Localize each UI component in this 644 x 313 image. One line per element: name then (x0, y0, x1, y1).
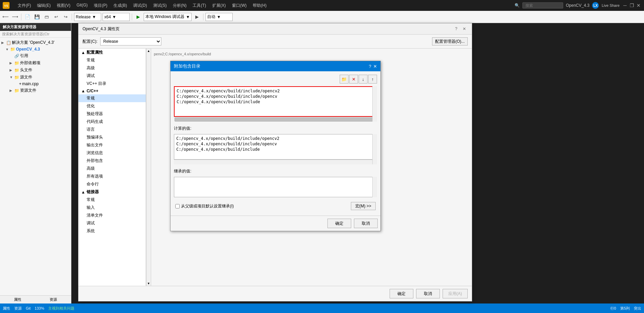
tree-vc-dirs[interactable]: VC++ 目录 (78, 80, 146, 88)
menu-view[interactable]: 视图(V) (54, 2, 73, 9)
tree-linker[interactable]: ▲ 链接器 (78, 188, 146, 196)
menu-git[interactable]: Git(G) (74, 2, 90, 9)
tree-external[interactable]: 外部包含 (78, 157, 146, 165)
tree-advanced2[interactable]: 高级 (78, 165, 146, 172)
tree-general[interactable]: 常规 (78, 56, 146, 64)
tree-all-options[interactable]: 所有选项 (78, 172, 146, 180)
run-button[interactable]: ▶ (134, 13, 142, 21)
inner-up-button[interactable]: ↑ (368, 75, 377, 84)
tab-properties[interactable]: 属性 (0, 296, 36, 303)
new-item-button[interactable]: 📄 (23, 13, 32, 21)
inner-cancel-button[interactable]: 取消 (354, 219, 378, 228)
computed-scrollbar (372, 134, 377, 164)
menu-tools[interactable]: 工具(T) (190, 2, 209, 9)
macro-button[interactable]: 宏(M) >> (351, 202, 376, 210)
tab-resources[interactable]: 资源 (36, 296, 71, 303)
minimize-button[interactable]: ─ (622, 3, 628, 8)
config-manager-button[interactable]: 配置管理器(O)... (432, 37, 468, 45)
tree-language[interactable]: 语言 (78, 126, 146, 133)
inner-delete-button[interactable]: ✕ (349, 75, 358, 84)
save-button[interactable]: 💾 (33, 13, 41, 21)
config-select[interactable]: Release (100, 37, 161, 45)
menu-extend[interactable]: 扩展(X) (210, 2, 229, 9)
status-resources[interactable]: 资源 (14, 306, 22, 311)
tree-optimize[interactable]: 优化 (78, 102, 146, 110)
props-apply-button[interactable]: 应用(A) (443, 289, 468, 298)
tree-codegen[interactable]: 代码生成 (78, 118, 146, 126)
tree-linker-debug[interactable]: 调试 (78, 219, 146, 227)
scroll-up-icon[interactable]: ▲ (146, 49, 151, 53)
live-share-btn[interactable]: Live Share (602, 3, 620, 7)
tree-advanced[interactable]: 高级 (78, 64, 146, 72)
inner-down-button[interactable]: ↓ (359, 75, 368, 84)
inner-help-button[interactable]: ? (369, 64, 371, 69)
tree-precompile[interactable]: 预编译头 (78, 133, 146, 141)
tree-cpp-general[interactable]: 常规 (78, 94, 146, 102)
tree-item-maincpp[interactable]: + main.cpp (0, 81, 71, 87)
status-right: 行0 第5列 突出 (610, 306, 641, 311)
restore-button[interactable]: ❐ (629, 3, 634, 8)
title-search-input[interactable] (522, 2, 563, 8)
menu-build[interactable]: 生成(B) (111, 2, 130, 9)
props-cancel-button[interactable]: 取消 (416, 289, 440, 298)
redo-button[interactable]: ↪ (61, 13, 70, 21)
tree-linker-general[interactable]: 常规 (78, 196, 146, 204)
forward-button[interactable]: ⟶ (11, 13, 19, 21)
tree-preprocessor[interactable]: 预处理器 (78, 110, 146, 118)
back-button[interactable]: ⟵ (1, 13, 10, 21)
dropdown-arrow-icon: ▼ (92, 15, 96, 19)
tree-item-headers[interactable]: ▶ 📁 头文件 (0, 67, 71, 74)
tree-cmdline[interactable]: 命令行 (78, 180, 146, 188)
menu-edit[interactable]: 编辑(E) (34, 2, 53, 9)
scroll-down-icon[interactable]: ▼ (146, 281, 151, 286)
props-close-button[interactable]: ✕ (461, 25, 468, 32)
include-edit-container: C:/opencv_4.x/opencv/build/include/openc… (174, 86, 377, 122)
tree-output[interactable]: 输出文件 (78, 141, 146, 149)
tree-item-resources[interactable]: ▶ 📁 资源文件 (0, 87, 71, 94)
tree-item-references[interactable]: 🔗 引用 (0, 52, 71, 59)
menu-help[interactable]: 帮助(H) (250, 2, 269, 9)
tree-debug[interactable]: 调试 (78, 72, 146, 80)
sidebar-search-text: 搜索解决方案资源管理器(Ctr (2, 32, 49, 36)
include-path-1: C:/opencv_4.x/opencv/build/include/openc… (176, 88, 375, 94)
props-help-button[interactable]: ? (453, 25, 460, 32)
opencv-icon: 📁 (10, 47, 15, 52)
include-edit-box[interactable]: C:/opencv_4.x/opencv/build/include/openc… (174, 86, 377, 117)
tree-item-solution[interactable]: ▶ 📋 解决方案 'OpenCV_4.3' (0, 39, 71, 46)
tree-browse[interactable]: 浏览信息 (78, 149, 146, 157)
inner-close-button[interactable]: ✕ (373, 64, 377, 69)
computed-hscrollbar[interactable] (174, 160, 377, 164)
undo-button[interactable]: ↩ (52, 13, 60, 21)
inner-hscrollbar[interactable] (174, 117, 377, 122)
close-button[interactable]: ✕ (636, 3, 641, 8)
tree-manifest[interactable]: 清单文件 (78, 211, 146, 219)
menu-window[interactable]: 窗口(W) (229, 2, 249, 9)
props-ok-button[interactable]: 确定 (390, 289, 413, 298)
menu-file[interactable]: 文件(F) (15, 2, 34, 9)
inherit-checkbox[interactable] (175, 204, 180, 208)
step-over-button[interactable]: ▶ (193, 13, 201, 21)
tree-linker-input[interactable]: 输入 (78, 204, 146, 211)
platform-dropdown[interactable]: x64 ▼ (103, 13, 130, 21)
tree-cpp[interactable]: ▲ C/C++ (78, 88, 146, 94)
auto-dropdown[interactable]: 自动 ▼ (205, 13, 233, 21)
tree-item-sources[interactable]: ▼ 📁 源文件 (0, 74, 71, 81)
inherited-label: 继承的值: (174, 168, 377, 174)
tree-item-opencv[interactable]: ▼ 📁 OpenCV_4.3 (0, 46, 71, 52)
config-dropdown[interactable]: Release ▼ (74, 13, 101, 21)
menu-test[interactable]: 测试(S) (150, 2, 169, 9)
menu-project[interactable]: 项目(P) (91, 2, 110, 9)
props-dialog-title-bar: OpenCV_4.3 属性页 ? ✕ (78, 23, 472, 35)
menu-analyze[interactable]: 分析(N) (170, 2, 190, 9)
debug-target-dropdown[interactable]: 本地 Windows 调试器 ▼ (144, 13, 192, 21)
status-properties[interactable]: 属性 (3, 306, 10, 311)
tree-config-props[interactable]: ▲ 配置属性 (78, 49, 146, 56)
tree-system[interactable]: 系统 (78, 227, 146, 235)
tree-item-external[interactable]: ▶ 📁 外部依赖项 (0, 59, 71, 67)
save-all-button[interactable]: 🗃 (42, 13, 51, 21)
menu-debug[interactable]: 调试(D) (130, 2, 150, 9)
expand-icon-headers: ▶ (10, 68, 14, 72)
inner-ok-button[interactable]: 确定 (327, 219, 351, 228)
toolbar-separator-2 (72, 14, 72, 20)
inner-folder-button[interactable]: 📁 (340, 75, 348, 84)
